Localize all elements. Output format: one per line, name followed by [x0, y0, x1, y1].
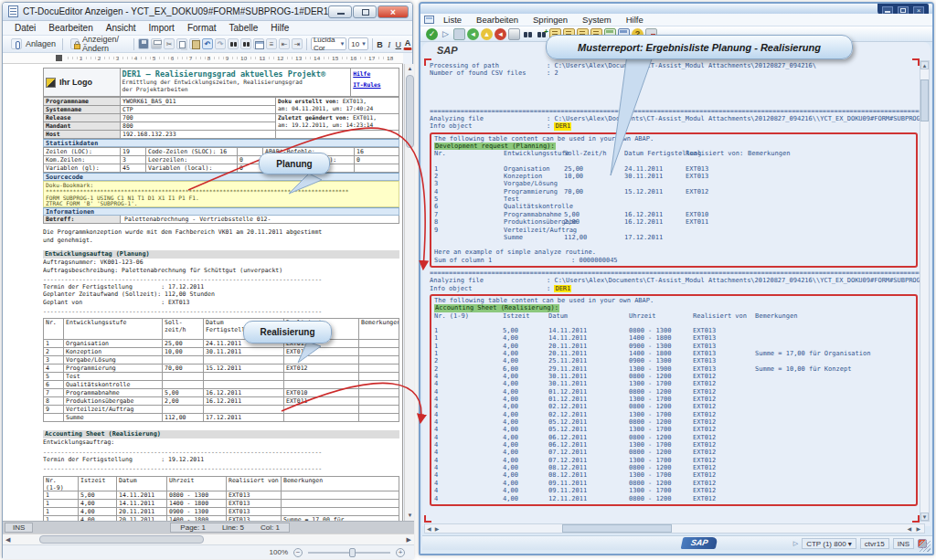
docueditor-window: CT-DocuEditor Anzeigen - YCT_EX_DOKU09#F… [2, 2, 413, 558]
scroll-down-icon[interactable]: ▼ [920, 512, 929, 521]
menu-item[interactable]: Bearbeiten [469, 15, 526, 25]
cell: 2 [44, 348, 64, 356]
table-row: 6Qualitätskontrolle [434, 203, 916, 210]
table-row: 1Organisation25,0024.11.2011EXT013 [44, 340, 399, 348]
outdent-icon[interactable] [279, 38, 290, 49]
find-next-icon-binoc[interactable] [536, 28, 548, 40]
bullet-list-icon[interactable] [266, 38, 277, 49]
font-size-select[interactable]: 10 ▾ [348, 37, 367, 50]
scroll-up-icon[interactable]: ▲ [920, 61, 929, 69]
zoom-in-icon[interactable]: + [396, 548, 405, 557]
sap-report-list[interactable]: Processing of path : C:\Users\Alex\Docum… [424, 60, 921, 524]
menu-item[interactable]: Tabelle [223, 22, 265, 34]
doc-link[interactable]: IT-Rules [353, 81, 380, 89]
indent-icon[interactable] [292, 38, 303, 49]
horizontal-scrollbar[interactable]: ◀ ▶ ◀ ▶ [424, 523, 925, 534]
exit-icon[interactable] [495, 28, 506, 40]
cell [238, 148, 263, 156]
underline-button[interactable]: U [394, 38, 403, 50]
scroll-right-icon[interactable]: ▶ [914, 525, 922, 532]
scroll-down-icon[interactable]: ▼ [405, 511, 415, 521]
attachments-button[interactable]: Anlagen [6, 37, 59, 50]
close-button[interactable]: × [378, 5, 409, 18]
resize-grip[interactable] [920, 541, 931, 552]
cell: EXT012 [693, 373, 755, 380]
find-icon[interactable] [228, 38, 239, 49]
sap-titlebar[interactable] [420, 4, 932, 14]
up-icon[interactable] [481, 28, 493, 40]
scroll-left-icon[interactable]: ◀ [425, 525, 433, 532]
section-sourcecode: Sourcecode [43, 173, 399, 181]
table-grid-icon[interactable] [253, 38, 264, 49]
copy-icon[interactable] [176, 38, 187, 49]
docueditor-titlebar[interactable]: CT-DocuEditor Anzeigen - YCT_EX_DOKU09#F… [3, 3, 412, 21]
print-icon[interactable] [151, 38, 162, 49]
cell: Uhrzeit [167, 477, 227, 491]
save-icon[interactable] [138, 38, 149, 49]
zoom-slider-knob[interactable] [349, 548, 356, 557]
cell: 2 [434, 173, 504, 180]
analyze-note: Here an example of simple analyze routin… [434, 248, 916, 256]
scrollbar-thumb[interactable] [406, 75, 414, 148]
scroll-left-icon[interactable]: ◀ [905, 525, 913, 532]
menu-item[interactable]: Hilfe [619, 15, 651, 25]
minimize-button[interactable] [328, 5, 352, 18]
font-select[interactable]: Lucida Cor ▾ [311, 37, 346, 50]
text-line: Auftragsnummer: VK001-123-06 [43, 259, 399, 266]
horizontal-scrollbar[interactable]: ◀ ▶ [3, 534, 414, 544]
vertical-scrollbar[interactable]: ▲ ▼ [404, 64, 414, 521]
find-next-icon[interactable] [240, 38, 251, 49]
italic-button[interactable]: I [385, 38, 394, 50]
cell [204, 381, 284, 389]
display-change-button[interactable]: Anzeigen/Ändern [66, 34, 132, 54]
scrollbar-thumb[interactable] [562, 524, 672, 533]
paste-icon[interactable] [189, 38, 200, 49]
menu-item[interactable]: Liste [436, 15, 469, 25]
back-icon[interactable] [467, 28, 479, 40]
cell: Nr. [44, 319, 64, 340]
system-id: CTP (1) 800 [806, 540, 846, 548]
menu-item[interactable]: Bearbeiten [42, 22, 99, 34]
bold-button[interactable]: B [375, 38, 384, 50]
redo-icon[interactable] [215, 38, 226, 49]
sap-save-icon[interactable] [453, 28, 465, 40]
menu-item[interactable]: Format [181, 22, 223, 34]
system-session-indicator[interactable]: CTP (1) 800 ▾ [802, 538, 856, 549]
vertical-scrollbar[interactable]: ▲ ▼ [920, 60, 930, 522]
font-color-button[interactable]: A [403, 38, 412, 50]
scroll-up-icon[interactable]: ▲ [405, 64, 415, 74]
find-icon-binoc[interactable] [522, 28, 534, 40]
meta-row: SystemnameCTP [44, 105, 276, 113]
cell [755, 487, 916, 494]
info-colon: : [547, 285, 554, 292]
maximize-button[interactable] [353, 5, 377, 18]
sap-system-icon[interactable] [424, 16, 434, 24]
scroll-right-icon[interactable]: ▶ [433, 525, 441, 532]
scrollbar-thumb[interactable] [920, 79, 929, 122]
scrollbar-thumb[interactable] [39, 535, 204, 544]
cut-icon[interactable] [164, 38, 175, 49]
sap-print-icon[interactable] [508, 28, 520, 40]
continue-icon[interactable] [440, 28, 452, 40]
document-viewport[interactable]: Ihr Logo DER1 – Realisierungsgrad aktuel… [3, 64, 403, 521]
zoom-out-icon[interactable]: − [293, 548, 303, 557]
undo-icon[interactable] [202, 38, 213, 49]
cell: Format [187, 23, 217, 33]
doc-link[interactable]: Hilfe [353, 70, 370, 78]
table-row: 15,0014.11.20110800 - 1300EXT013 [434, 327, 916, 334]
cell: 0900 - 1300 [167, 508, 227, 516]
menu-item[interactable]: Import [143, 22, 181, 34]
cell: 2,00 [163, 397, 204, 406]
menu-item[interactable]: Hilfe [264, 22, 295, 34]
status-play-icon[interactable]: ▷ [793, 540, 798, 547]
menu-item[interactable]: System [575, 15, 619, 25]
enter-icon[interactable] [426, 28, 438, 40]
cell: Bearbeiten [476, 15, 518, 25]
cell: Organisation [64, 340, 163, 348]
ruler[interactable]: 123456789101112131415161718 [3, 53, 403, 64]
zoom-slider[interactable] [308, 552, 390, 554]
menu-item[interactable]: Ansicht [100, 22, 143, 34]
menu-item[interactable]: Springen [526, 15, 575, 25]
menu-item[interactable]: Datei [8, 22, 42, 34]
cell: 08.12.2011 [548, 471, 629, 479]
